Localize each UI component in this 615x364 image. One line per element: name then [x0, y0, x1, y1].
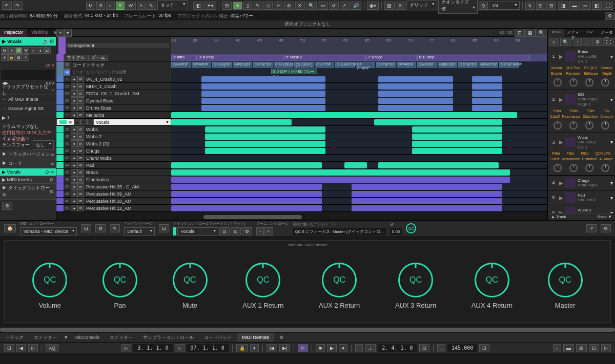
edit-btn[interactable]: ✎ [23, 54, 29, 61]
section-midi-inserts[interactable]: ▶ MIDI Inserts⊙ [0, 176, 56, 184]
param-knob[interactable] [585, 164, 593, 172]
chord-event[interactable]: CEb(Ebm)° [294, 62, 314, 68]
arrangement-lane[interactable]: 1: Intro3: A Drop5: Verse 27: Bridge8: B… [171, 54, 547, 61]
track-lane[interactable] [171, 112, 547, 118]
zone-bottom-icon[interactable]: ▬ [569, 2, 580, 10]
track-row[interactable]: 48●mPercussive Hit 09_AM [56, 190, 547, 198]
time-fmt-icon[interactable]: : [355, 344, 363, 352]
track-row[interactable]: 37●mMelodics [56, 112, 547, 119]
track-row[interactable]: 34●mFCD4_CK_1_Crash1_AM [56, 90, 547, 97]
tab-visibility[interactable]: Visibility [27, 29, 52, 37]
vst-track-switch[interactable]: ▲ Track [551, 215, 566, 219]
param-knob[interactable] [569, 121, 578, 130]
clip[interactable] [352, 205, 502, 211]
instrument-icon[interactable] [565, 192, 576, 203]
chord-event[interactable]: G#(Eb)D# [212, 62, 232, 68]
vst-slot[interactable]: 1▶BrassHALionSECh. 1▾UnisonQC2 PanSY QC3… [548, 47, 615, 90]
automation-a[interactable]: A [137, 2, 146, 10]
qc-knob[interactable]: QC [245, 263, 280, 297]
track-lane[interactable] [171, 176, 547, 183]
param-knob[interactable] [569, 164, 578, 172]
vst-add-icon[interactable]: ⊹ [549, 38, 559, 46]
solo-btn[interactable]: S [8, 47, 15, 54]
chord-event[interactable]: Cmin*D# [315, 62, 334, 68]
timeline-ruler[interactable]: 2933374145495357616569737781858993 [171, 37, 547, 54]
output-icon[interactable]: ⊙ [50, 38, 54, 44]
track-row[interactable]: 49●mPercussive Hit 10_AM [56, 198, 547, 205]
clip[interactable] [171, 119, 292, 125]
automation-mode-select[interactable]: タッチ [157, 1, 188, 10]
marker-icon[interactable]: .↓. [365, 344, 376, 352]
popout-icon[interactable]: ↗ [586, 224, 597, 232]
zoom-tool-icon[interactable]: 🔍 [306, 2, 317, 10]
clip[interactable] [171, 205, 322, 211]
param-knob[interactable] [585, 121, 593, 130]
chord-lane[interactable]: D#/G#D#D#/A#D#G#(Eb)D#G#/Db)D#G#min*D#Cm… [171, 61, 547, 76]
clip[interactable] [171, 112, 517, 118]
lock-icon[interactable]: 🔒 [236, 344, 248, 352]
arrangement-section[interactable]: 7: Bridge [366, 55, 417, 60]
clip[interactable] [205, 141, 325, 147]
glue-tool-icon[interactable]: ⊕ [284, 2, 294, 10]
track-row[interactable]: 35●mCymbal Buss [56, 97, 547, 104]
track-row[interactable]: 47●mPercussive Hit 25 - C_AM [56, 183, 547, 190]
vst-slot[interactable]: 6▶Wubs 2HALionSE▾ [548, 205, 615, 213]
lock-btn[interactable]: 🔒 [8, 54, 15, 61]
quantize-apply-icon[interactable]: Q [479, 2, 488, 10]
clip[interactable] [378, 83, 454, 90]
q-icon-b[interactable]: ⊡ [536, 2, 546, 10]
clip[interactable] [205, 126, 325, 133]
qc-knob[interactable]: QC [102, 263, 137, 297]
vst-down-icon[interactable]: ↓ [583, 38, 591, 46]
clip[interactable] [201, 105, 325, 111]
erase-tool-icon[interactable]: ◇ [263, 2, 273, 10]
clip[interactable] [201, 76, 325, 82]
quantize-select[interactable]: クオンタイズ値 [438, 0, 478, 14]
track-lane[interactable] [171, 190, 547, 197]
clip[interactable] [378, 91, 454, 97]
qc-knob[interactable]: QC [398, 263, 433, 297]
tab-meter[interactable]: メーター [598, 29, 615, 37]
zone-editor-icon[interactable]: ▭ [581, 2, 591, 10]
scale-event[interactable]: G メロディックEb ブルース I [271, 69, 317, 74]
chord-event[interactable]: G#min*D# [458, 62, 478, 68]
section-chord[interactable]: ▶ コード∞ [0, 159, 56, 168]
rec-btn[interactable]: ● [37, 47, 44, 54]
stop-button[interactable]: ■ [316, 344, 324, 352]
vst-slot[interactable]: 5▶PadHALionSE▾ [548, 190, 615, 205]
play-tool-icon[interactable]: 🔊 [351, 2, 361, 10]
chord-event[interactable]: G#min*D# [479, 62, 498, 68]
param-knob[interactable] [554, 78, 562, 87]
track-row[interactable]: 45●mBrass [56, 169, 547, 176]
qc-knob[interactable]: QC [475, 263, 509, 297]
agents-icon[interactable]: ▦ [525, 29, 536, 37]
track-row[interactable]: 32●mVK_4_Crash3_v2 [56, 76, 547, 83]
snap-type-select[interactable]: グリッド [406, 1, 437, 10]
track-lane[interactable] [171, 83, 547, 90]
position-display[interactable]: 2. 4. 1. 0 [378, 344, 417, 352]
clip[interactable] [201, 91, 325, 97]
zone-right-icon[interactable]: ◧ [592, 2, 602, 10]
track-lane[interactable] [171, 104, 547, 111]
punch-in-icon[interactable]: ⊡ [4, 344, 14, 352]
ext-btn[interactable]: ↗ [30, 47, 36, 54]
track-lane[interactable] [171, 147, 547, 154]
clip[interactable] [472, 91, 502, 97]
param-knob[interactable] [569, 78, 578, 87]
settings-icon[interactable]: ⚙ [605, 12, 615, 20]
clip[interactable] [201, 83, 325, 90]
track-row[interactable]: 40●mWubs 2 [56, 133, 547, 140]
param-knob[interactable] [585, 78, 593, 87]
chord-event[interactable]: G#min*D# [376, 62, 396, 68]
lower-tab[interactable]: MIDI Remote [237, 333, 274, 341]
comp-tool-icon[interactable]: ▭ [318, 2, 328, 10]
q-icon-a[interactable]: ↯ [525, 2, 535, 10]
play-button[interactable]: ▶ [327, 344, 337, 352]
param-knob[interactable] [554, 121, 562, 130]
clip[interactable] [472, 76, 502, 82]
tempo-track-icon[interactable]: ↓ [437, 344, 446, 352]
mr-opts-icon[interactable]: ⊡ [81, 224, 91, 232]
param-knob[interactable] [554, 164, 562, 172]
clip[interactable] [412, 126, 502, 133]
split-tool-icon[interactable]: ✂ [274, 2, 283, 10]
